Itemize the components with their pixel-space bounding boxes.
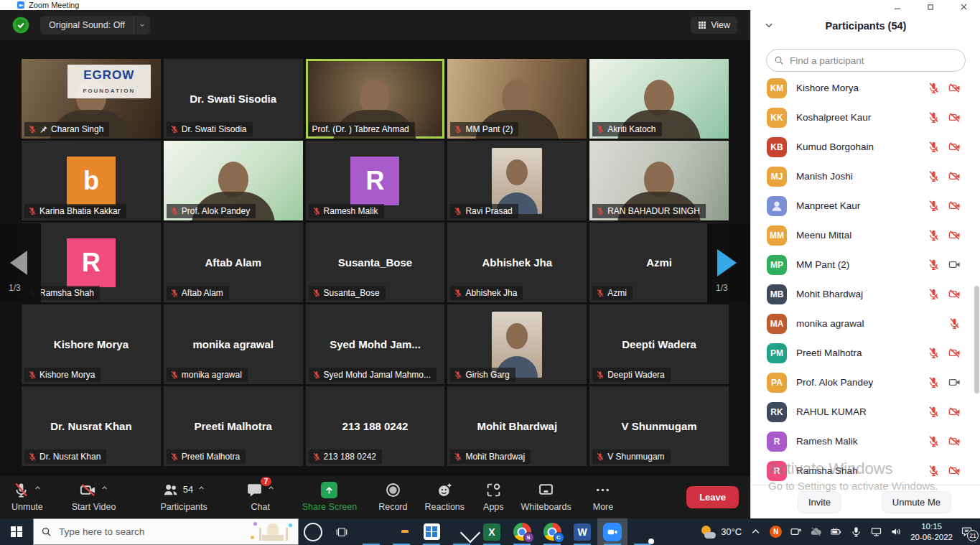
mic-muted-icon[interactable] [928, 82, 940, 94]
video-tile[interactable]: bKarina Bhatia Kakkar [22, 141, 161, 220]
video-tile[interactable]: Prof. Alok Pandey [164, 141, 303, 220]
video-tile[interactable]: Abhishek JhaAbhishek Jha [447, 223, 587, 302]
participants-button[interactable]: 54Participants [160, 482, 207, 512]
video-tile[interactable]: V ShunmugamV Shunmugam [589, 386, 729, 466]
participant-row[interactable]: KMKishore Morya [751, 73, 976, 103]
onedrive-off-icon[interactable] [810, 526, 822, 538]
network-icon[interactable] [870, 526, 882, 538]
share-screen-button[interactable]: Share Screen [302, 482, 357, 512]
screen-record-icon[interactable] [790, 526, 802, 538]
video-tile[interactable]: Ravi Prasad [447, 141, 587, 220]
whiteboards-button[interactable]: Whiteboards [521, 482, 571, 512]
participant-search-box[interactable] [766, 49, 966, 72]
taskbar-search-box[interactable] [33, 518, 299, 545]
video-tile[interactable]: Akriti Katoch [589, 59, 729, 139]
caret-up-icon[interactable] [101, 484, 108, 492]
taskbar-search-input[interactable] [57, 526, 252, 538]
participant-search-input[interactable] [788, 55, 958, 67]
participant-row[interactable]: MPMM Pant (2) [751, 250, 976, 279]
mic-muted-icon[interactable] [928, 435, 940, 447]
more-button[interactable]: More [593, 482, 613, 512]
video-tile[interactable]: RAN BAHADUR SINGH [589, 141, 729, 220]
video-off-icon[interactable] [948, 111, 961, 124]
mic-muted-icon[interactable] [928, 170, 940, 182]
leave-button[interactable]: Leave [686, 486, 739, 508]
file-explorer-taskbar-button[interactable] [386, 518, 416, 545]
reactions-button[interactable]: Reactions [424, 482, 465, 512]
video-tile[interactable]: Preeti MalhotraPreeti Malhotra [164, 386, 303, 466]
participant-row[interactable]: MJManish Joshi [751, 162, 976, 191]
maximize-button[interactable] [914, 0, 947, 11]
close-button[interactable] [947, 0, 980, 11]
mic-muted-icon[interactable] [928, 406, 940, 418]
mic-muted-icon[interactable] [928, 288, 940, 300]
nordvpn-icon[interactable]: N [770, 526, 782, 538]
mic-muted-icon[interactable] [928, 376, 940, 388]
video-tile[interactable]: Aftab AlamAftab Alam [164, 223, 303, 302]
video-off-icon[interactable] [948, 435, 961, 447]
video-tile[interactable]: Susanta_BoseSusanta_Bose [306, 223, 445, 302]
view-button[interactable]: View [691, 17, 737, 34]
mic-muted-icon[interactable] [928, 347, 940, 359]
panel-scrollbar-thumb[interactable] [974, 286, 979, 393]
video-tile[interactable]: Deepti WaderaDeepti Wadera [589, 304, 729, 384]
video-off-icon[interactable] [948, 82, 961, 94]
start-button[interactable] [0, 518, 33, 545]
apps-button[interactable]: Apps [483, 482, 504, 512]
video-tile[interactable]: Syed Mohd Jam...Syed Mohd Jamal Mahmo... [306, 304, 445, 384]
original-sound-dropdown[interactable] [134, 16, 150, 34]
video-off-icon[interactable] [948, 170, 961, 182]
gallery-prev-page[interactable]: 1/3 [0, 223, 41, 303]
original-sound-button[interactable]: Original Sound: Off [40, 16, 150, 34]
taskbar-clock[interactable]: 10:1520-06-2022 [910, 521, 953, 542]
record-button[interactable]: Record [378, 482, 407, 512]
video-on-icon[interactable] [948, 258, 961, 271]
participant-row[interactable]: MBMohit Bhardwaj [751, 279, 976, 309]
mic-muted-icon[interactable] [928, 141, 940, 153]
mic-muted-icon[interactable] [928, 111, 940, 124]
action-center-button[interactable]: 21 [961, 526, 973, 538]
mic-muted-icon[interactable] [928, 200, 940, 212]
panel-collapse-chevron-icon[interactable] [764, 20, 774, 30]
paint-taskbar-button[interactable] [627, 518, 658, 545]
task-view-button[interactable] [327, 518, 356, 545]
participant-row[interactable]: MAmonika agrawal [751, 309, 976, 338]
video-off-icon[interactable] [948, 200, 961, 212]
mic-muted-icon[interactable] [928, 258, 940, 271]
participant-row[interactable]: PAProf. Alok Pandey [751, 368, 976, 397]
minimize-button[interactable] [881, 0, 914, 11]
battery-icon[interactable] [830, 526, 842, 538]
mic-muted-icon[interactable] [948, 317, 961, 330]
video-tile[interactable]: RRamsha Shah [22, 223, 161, 302]
participant-row[interactable]: RRamsha Shah [751, 456, 976, 485]
video-off-icon[interactable] [948, 141, 961, 153]
chrome-profile-s-taskbar-button[interactable]: S [507, 518, 537, 545]
participant-row[interactable]: RKRAHUL KUMAR [751, 397, 976, 427]
video-off-icon[interactable] [948, 229, 961, 241]
chrome-profile-c-taskbar-button[interactable]: C [537, 518, 567, 545]
security-shield-icon[interactable] [11, 16, 30, 34]
chevron-up-icon[interactable] [750, 526, 762, 538]
start-video-button[interactable]: Start Video [72, 482, 116, 512]
store-taskbar-button[interactable] [416, 518, 447, 545]
word-taskbar-button[interactable]: W [567, 518, 597, 545]
participant-row[interactable]: KBKumud Borgohain [751, 132, 976, 162]
video-tile[interactable]: Girish Garg [447, 304, 587, 384]
weather-widget[interactable]: 30°C [700, 526, 742, 539]
video-tile[interactable]: MM Pant (2) [447, 59, 587, 139]
unmute-button[interactable]: Unmute [11, 482, 43, 512]
participant-row[interactable]: RRamesh Malik [751, 427, 976, 456]
video-tile[interactable]: Kishore MoryaKishore Morya [22, 304, 161, 384]
edge-taskbar-button[interactable] [356, 518, 386, 545]
video-tile[interactable]: EGROWFOUNDATIONCharan Singh [22, 59, 161, 139]
chat-button[interactable]: 7Chat [246, 482, 275, 512]
video-off-icon[interactable] [948, 406, 961, 418]
video-tile[interactable]: RRamesh Malik [306, 141, 445, 220]
video-tile[interactable]: Mohit BhardwajMohit Bhardwaj [447, 386, 587, 466]
zoom-taskbar-button[interactable] [597, 518, 627, 545]
unmute-me-button[interactable]: Unmute Me [882, 492, 951, 513]
volume-icon[interactable] [890, 526, 902, 538]
gallery-next-page[interactable]: 1/3 [707, 223, 750, 303]
participant-row[interactable]: MMMeenu Mittal [751, 220, 976, 250]
participant-row[interactable]: KKKoshalpreet Kaur [751, 103, 976, 132]
